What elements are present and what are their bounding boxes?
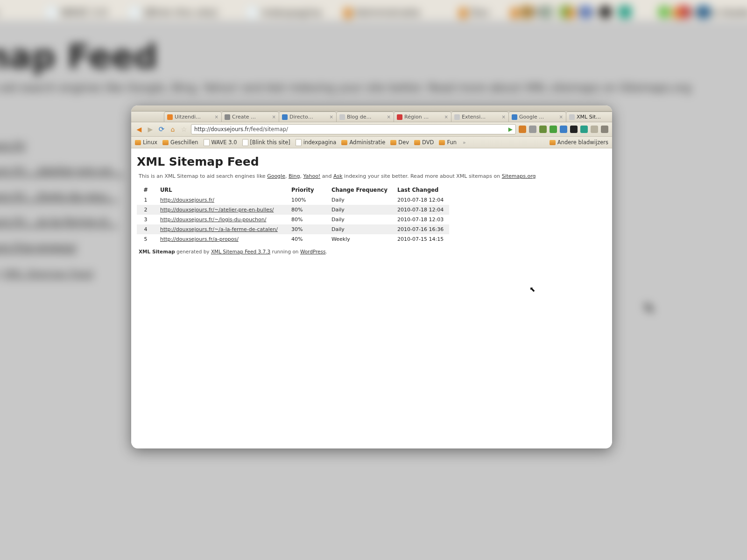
- home-button[interactable]: ⌂: [169, 125, 177, 133]
- cell-priority: 80%: [289, 215, 330, 224]
- tab[interactable]: Blog de…×: [336, 112, 394, 122]
- bookmark-item[interactable]: WAVE 3.0: [204, 139, 237, 146]
- bookmark-item[interactable]: Geschillen: [162, 139, 198, 146]
- url-link[interactable]: http://douxsejours.fr/a-propos/: [160, 236, 239, 242]
- url-link[interactable]: http://douxsejours.fr/: [160, 197, 214, 203]
- window-titlebar[interactable]: [131, 105, 612, 112]
- bookmarks-overflow[interactable]: »: [463, 140, 466, 146]
- cell-frequency: Daily: [330, 195, 395, 205]
- cell-frequency: Daily: [330, 205, 395, 215]
- generator-footer: XML Sitemap generated by XML Sitemap Fee…: [137, 249, 606, 254]
- cell-priority: 100%: [289, 195, 330, 205]
- back-button[interactable]: ◀: [135, 125, 143, 133]
- url-path: /feed/sitemap/: [249, 126, 288, 133]
- tab-strip: Uitzendi…×Create …×Directo…×Blog de…×Rég…: [131, 112, 612, 122]
- page-content: XML Sitemap Feed This is an XML Sitemap …: [131, 148, 612, 260]
- tab-label: Région …: [404, 114, 429, 120]
- folder-icon: [439, 140, 445, 145]
- tab[interactable]: Create …×: [221, 112, 279, 122]
- bookmark-label: [Blink this site]: [250, 139, 290, 146]
- cell-priority: 80%: [289, 205, 330, 215]
- tab[interactable]: Extensi…×: [451, 112, 509, 122]
- leaf-icon[interactable]: [539, 126, 547, 133]
- bookmark-label: Dev: [398, 139, 409, 146]
- record-icon[interactable]: [570, 126, 578, 133]
- bookmark-item[interactable]: indexpagina: [296, 139, 337, 146]
- cell-date: 2010-07-16 16:36: [395, 224, 449, 234]
- tab[interactable]: XML Sit…×: [566, 112, 612, 122]
- dash-icon[interactable]: [580, 126, 588, 133]
- tab-label: Google …: [519, 114, 544, 120]
- tab[interactable]: Directo…×: [279, 112, 337, 122]
- cell-date: 2010-07-18 12:04: [395, 195, 449, 205]
- link-google[interactable]: Google: [267, 173, 285, 179]
- close-icon[interactable]: ×: [559, 114, 563, 119]
- bookmark-label: indexpagina: [303, 139, 337, 146]
- cell-frequency: Daily: [330, 224, 395, 234]
- tab[interactable]: Google …×: [508, 112, 566, 122]
- cell-date: 2010-07-18 12:04: [395, 205, 449, 215]
- url-link[interactable]: http://douxsejours.fr/~/logis-du-pouchon…: [160, 217, 266, 223]
- tab[interactable]: Région …×: [394, 112, 451, 122]
- link-bing[interactable]: Bing: [289, 173, 300, 179]
- page-icon: [296, 139, 302, 146]
- tab[interactable]: Uitzendi…×: [164, 112, 222, 122]
- bookmark-item[interactable]: Linux: [135, 139, 157, 146]
- forward-button[interactable]: ▶: [146, 125, 155, 133]
- tab-label: Directo…: [289, 114, 313, 120]
- cell-index: 1: [137, 195, 158, 205]
- close-icon[interactable]: ×: [330, 114, 333, 119]
- column-header: #: [137, 185, 158, 195]
- tab-label: Extensi…: [462, 114, 486, 120]
- address-bar[interactable]: http://douxsejours.fr/feed/sitemap/ ▶: [191, 124, 516, 134]
- column-header: Change Frequency: [330, 185, 395, 195]
- close-icon[interactable]: ×: [272, 114, 276, 119]
- reload-button[interactable]: ⟳: [157, 125, 166, 133]
- page-icon[interactable]: [591, 126, 598, 133]
- link-plugin[interactable]: XML Sitemap Feed 3.7.3: [211, 249, 270, 254]
- close-icon[interactable]: ×: [502, 114, 506, 119]
- bookmark-item[interactable]: Dev: [390, 139, 409, 146]
- go-button[interactable]: ▶: [508, 126, 513, 133]
- folder-icon: [341, 140, 347, 145]
- tab-label: Blog de…: [347, 114, 372, 120]
- close-icon[interactable]: ×: [444, 114, 448, 119]
- globe-icon[interactable]: [560, 126, 567, 133]
- bookmark-label: Administratie: [349, 139, 385, 146]
- sitemap-table: #URLPriorityChange FrequencyLast Changed…: [137, 185, 449, 244]
- table-row: 2http://douxsejours.fr/~/atelier-pre-en-…: [137, 205, 449, 215]
- tab-label: XML Sit…: [577, 114, 601, 120]
- folder-icon: [390, 140, 396, 145]
- bookmark-item[interactable]: DVD: [414, 139, 434, 146]
- cell-priority: 30%: [289, 224, 330, 234]
- link-yahoo[interactable]: Yahoo!: [303, 173, 320, 179]
- bookmark-label: DVD: [422, 139, 434, 146]
- cell-priority: 40%: [289, 234, 330, 244]
- url-link[interactable]: http://douxsejours.fr/~/a-la-ferme-de-ca…: [160, 226, 278, 232]
- bookmark-item[interactable]: [Blink this site]: [242, 139, 290, 146]
- bookmarks-bar: LinuxGeschillenWAVE 3.0[Blink this site]…: [131, 137, 612, 148]
- bookmark-item[interactable]: Fun: [439, 139, 457, 146]
- table-row: 1http://douxsejours.fr/100%Daily2010-07-…: [137, 195, 449, 205]
- plugin-icon[interactable]: [519, 126, 526, 133]
- url-link[interactable]: http://douxsejours.fr/~/atelier-pre-en-b…: [160, 207, 274, 213]
- cell-frequency: Daily: [330, 215, 395, 224]
- link-wordpress[interactable]: WordPress: [300, 249, 326, 254]
- link-sitemaps-org[interactable]: Sitemaps.org: [502, 173, 536, 179]
- cell-index: 2: [137, 205, 158, 215]
- navigation-toolbar: ◀ ▶ ⟳ ⌂ ☆ http://douxsejours.fr/feed/sit…: [131, 122, 612, 137]
- bookmark-item[interactable]: Administratie: [341, 139, 385, 146]
- favicon-icon: [282, 114, 288, 120]
- close-icon[interactable]: ×: [215, 114, 218, 119]
- bookmarks-right[interactable]: Andere bladwijzers: [550, 139, 608, 146]
- bug-icon[interactable]: [550, 126, 557, 133]
- wrench-icon[interactable]: [601, 126, 608, 133]
- mail-icon[interactable]: [529, 126, 536, 133]
- bookmark-star-button[interactable]: ☆: [180, 125, 188, 133]
- cell-index: 5: [137, 234, 158, 244]
- page-title: XML Sitemap Feed: [137, 155, 606, 168]
- close-icon[interactable]: ×: [387, 114, 391, 119]
- favicon-icon: [569, 114, 575, 120]
- link-ask[interactable]: Ask: [333, 173, 343, 179]
- favicon-icon: [339, 114, 345, 120]
